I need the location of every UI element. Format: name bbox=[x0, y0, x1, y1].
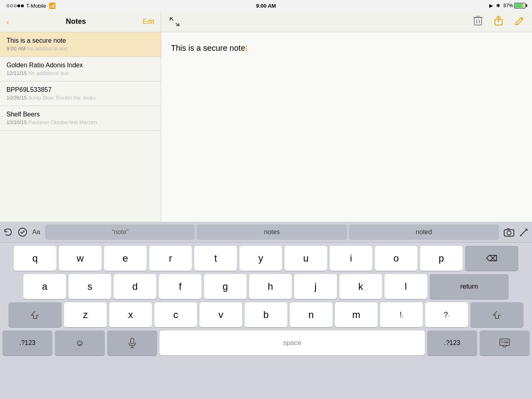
key-y[interactable]: y bbox=[239, 246, 282, 271]
note-title-2: Golden Ratio Adonis Index bbox=[6, 62, 154, 69]
main-content: ‹ Notes Edit This is a secure note 9:00 … bbox=[0, 11, 532, 222]
note-item-3[interactable]: BPP69L533857 10/26/15 Jump Blue: Rockin … bbox=[0, 81, 161, 106]
svg-rect-15 bbox=[131, 338, 134, 344]
battery-icon: ⚡ bbox=[514, 3, 526, 8]
svg-rect-4 bbox=[477, 16, 479, 17]
key-n[interactable]: n bbox=[290, 302, 332, 327]
chevron-left-icon: ‹ bbox=[6, 18, 9, 26]
status-bar: T-Mobile 📶 9:00 AM ▶ ✱ 87% ⚡ bbox=[0, 0, 532, 11]
key-u[interactable]: u bbox=[285, 246, 327, 271]
note-title-4: Shelf Beers bbox=[6, 111, 154, 118]
key-c[interactable]: c bbox=[154, 302, 197, 327]
key-d[interactable]: d bbox=[114, 274, 156, 299]
bluetooth-icon: ✱ bbox=[496, 3, 500, 8]
undo-icon[interactable] bbox=[3, 227, 13, 237]
checkmark-icon[interactable] bbox=[18, 227, 27, 237]
dot-3 bbox=[14, 4, 17, 7]
key-m[interactable]: m bbox=[335, 302, 378, 327]
suggestion-noted[interactable]: noted bbox=[349, 224, 499, 240]
key-v[interactable]: v bbox=[200, 302, 242, 327]
note-preview-3: Jump Blue: Rockin the Jooks bbox=[28, 95, 96, 101]
key-t[interactable]: t bbox=[194, 246, 237, 271]
note-preview-4: Paulaner Oktoberfest Marzen bbox=[28, 119, 97, 125]
key-q[interactable]: q bbox=[14, 246, 56, 271]
key-question[interactable]: ?. bbox=[425, 302, 468, 327]
key-shift-right[interactable] bbox=[470, 302, 524, 327]
key-f[interactable]: f bbox=[159, 274, 202, 299]
notes-header: ‹ Notes Edit bbox=[0, 11, 161, 32]
delete-note-button[interactable] bbox=[473, 15, 483, 28]
note-date-2: 12/11/15 bbox=[6, 70, 27, 76]
note-date-1: 9:00 AM bbox=[6, 46, 26, 52]
editor-toolbar bbox=[161, 11, 532, 32]
battery-percent: 87% bbox=[503, 3, 513, 8]
suggestion-notes[interactable]: notes bbox=[197, 224, 347, 240]
key-e[interactable]: e bbox=[104, 246, 147, 271]
autocomplete-suggestions: “note” notes noted bbox=[45, 224, 499, 240]
stylus-icon[interactable] bbox=[519, 227, 529, 237]
compose-button[interactable] bbox=[514, 16, 524, 28]
note-item-1[interactable]: This is a secure note 9:00 AM No additio… bbox=[0, 32, 161, 57]
text-cursor bbox=[245, 44, 247, 52]
key-return[interactable]: return bbox=[430, 274, 509, 299]
key-s[interactable]: s bbox=[69, 274, 111, 299]
note-preview-1: No additional text bbox=[27, 46, 67, 52]
note-preview-2: No additional text bbox=[28, 70, 69, 76]
dot-4 bbox=[17, 4, 20, 7]
left-tools: Aa bbox=[3, 227, 40, 237]
signal-dots bbox=[6, 4, 24, 7]
keyboard-row-3: z x c v b n m !, ?. bbox=[2, 302, 530, 327]
key-shift-left[interactable] bbox=[8, 302, 62, 327]
key-g[interactable]: g bbox=[204, 274, 247, 299]
key-mic[interactable] bbox=[107, 330, 157, 355]
key-o[interactable]: o bbox=[375, 246, 418, 271]
edit-button[interactable]: Edit bbox=[143, 18, 154, 26]
note-meta-1: 9:00 AM No additional text bbox=[6, 46, 154, 52]
key-hide-keyboard[interactable] bbox=[480, 330, 530, 355]
keyboard-rows: q w e r t y u i o p ⌫ a s d f g h j k l … bbox=[0, 243, 532, 399]
key-k[interactable]: k bbox=[339, 274, 382, 299]
back-button[interactable]: ‹ bbox=[6, 18, 9, 26]
note-editor: This is a secure note bbox=[161, 11, 532, 222]
key-j[interactable]: j bbox=[294, 274, 337, 299]
svg-rect-2 bbox=[474, 18, 482, 25]
share-button[interactable] bbox=[494, 15, 503, 28]
font-size-icon[interactable]: Aa bbox=[32, 229, 40, 236]
key-w[interactable]: w bbox=[59, 246, 102, 271]
key-numbers-left[interactable]: .?123 bbox=[2, 330, 52, 355]
key-exclaim[interactable]: !, bbox=[380, 302, 423, 327]
key-numbers-right[interactable]: .?123 bbox=[427, 330, 477, 355]
carrier-label: T-Mobile bbox=[26, 3, 46, 9]
keyboard-row-1: q w e r t y u i o p ⌫ bbox=[2, 246, 530, 271]
editor-content[interactable]: This is a secure note bbox=[161, 32, 532, 222]
key-z[interactable]: z bbox=[64, 302, 107, 327]
backspace-icon: ⌫ bbox=[486, 254, 497, 263]
camera-icon[interactable] bbox=[504, 228, 514, 237]
keyboard-row-2: a s d f g h j k l return bbox=[2, 274, 530, 299]
status-right: ▶ ✱ 87% ⚡ bbox=[489, 3, 526, 8]
svg-rect-13 bbox=[507, 229, 509, 230]
key-x[interactable]: x bbox=[109, 302, 152, 327]
note-item-4[interactable]: Shelf Beers 10/10/15 Paulaner Oktoberfes… bbox=[0, 106, 161, 131]
key-l[interactable]: l bbox=[384, 274, 427, 299]
suggestion-note-quoted[interactable]: “note” bbox=[45, 224, 195, 240]
key-b[interactable]: b bbox=[245, 302, 287, 327]
notes-list: This is a secure note 9:00 AM No additio… bbox=[0, 32, 161, 222]
key-backspace[interactable]: ⌫ bbox=[465, 246, 518, 271]
battery-bolt: ⚡ bbox=[520, 4, 525, 8]
key-h[interactable]: h bbox=[249, 274, 292, 299]
key-emoji[interactable]: ☺ bbox=[55, 330, 105, 355]
note-item-2[interactable]: Golden Ratio Adonis Index 12/11/15 No ad… bbox=[0, 57, 161, 81]
key-i[interactable]: i bbox=[330, 246, 372, 271]
status-left: T-Mobile 📶 bbox=[6, 2, 56, 9]
note-meta-2: 12/11/15 No additional text bbox=[6, 70, 154, 76]
note-text: This is a secure note bbox=[171, 44, 245, 52]
key-space[interactable]: space bbox=[160, 330, 425, 355]
notes-title: Notes bbox=[66, 17, 86, 26]
key-r[interactable]: r bbox=[149, 246, 192, 271]
toolbar-right bbox=[473, 15, 524, 28]
expand-button[interactable] bbox=[169, 17, 180, 27]
note-title-1: This is a secure note bbox=[6, 37, 154, 44]
key-a[interactable]: a bbox=[23, 274, 66, 299]
key-p[interactable]: p bbox=[420, 246, 463, 271]
